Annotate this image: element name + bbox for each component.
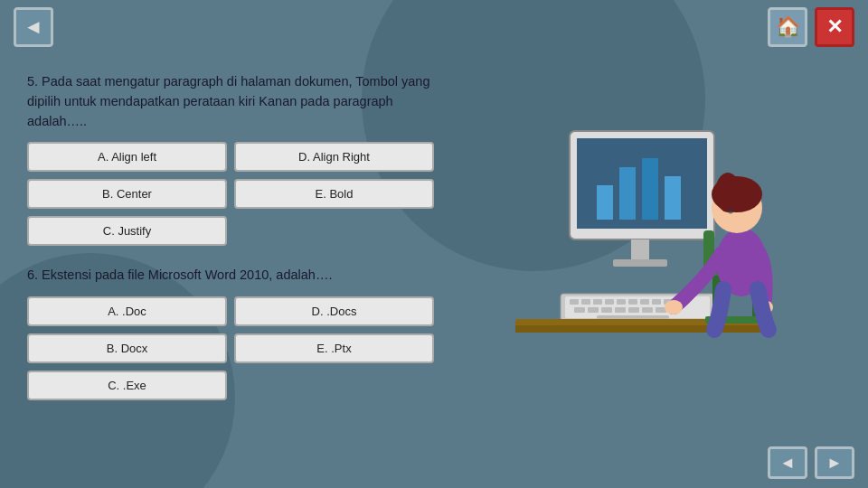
home-icon: 🏠 (776, 15, 800, 39)
prev-button[interactable]: ◄ (768, 446, 807, 479)
svg-rect-24 (628, 307, 639, 313)
answer-5-b[interactable]: B. Center (27, 179, 227, 209)
back-button[interactable]: ◄ (14, 7, 53, 47)
answer-6-a[interactable]: A. .Doc (27, 296, 227, 326)
svg-point-40 (665, 300, 683, 314)
question-6-block: 6. Ekstensi pada file Microsoft Word 201… (27, 266, 434, 400)
question-6-answers-grid: A. .Doc D. .Docs B. Docx E. .Ptx (27, 296, 434, 363)
svg-rect-5 (665, 176, 681, 220)
question-5-text: 5. Pada saat mengatur paragraph di halam… (27, 72, 434, 131)
svg-rect-22 (601, 307, 612, 313)
next-button[interactable]: ► (815, 446, 854, 479)
svg-rect-4 (642, 158, 658, 220)
svg-rect-15 (628, 299, 637, 305)
svg-rect-11 (581, 299, 590, 305)
svg-rect-17 (652, 299, 661, 305)
svg-rect-21 (588, 307, 599, 313)
svg-rect-20 (574, 307, 585, 313)
close-button[interactable]: ✕ (815, 7, 854, 47)
svg-rect-13 (605, 299, 614, 305)
svg-rect-6 (631, 239, 649, 262)
answer-5-c[interactable]: C. Justify (27, 216, 227, 246)
answer-6-d[interactable]: D. .Docs (234, 296, 434, 326)
close-icon: ✕ (826, 15, 843, 39)
svg-point-39 (728, 208, 733, 214)
home-button[interactable]: 🏠 (768, 7, 807, 47)
back-icon: ◄ (24, 15, 43, 39)
question-6-text: 6. Ekstensi pada file Microsoft Word 201… (27, 266, 434, 286)
svg-rect-16 (640, 299, 649, 305)
question-5-block: 5. Pada saat mengatur paragraph di halam… (27, 72, 434, 246)
questions-panel: 5. Pada saat mengatur paragraph di halam… (14, 63, 448, 434)
next-icon: ► (826, 454, 843, 473)
right-nav-group: 🏠 ✕ (768, 7, 854, 47)
answer-5-d[interactable]: D. Align Right (234, 142, 434, 172)
svg-rect-25 (642, 307, 653, 313)
svg-rect-14 (617, 299, 626, 305)
prev-icon: ◄ (779, 454, 796, 473)
illustration-area (466, 63, 854, 434)
svg-rect-29 (515, 325, 769, 333)
svg-rect-12 (593, 299, 602, 305)
main-content: 5. Pada saat mengatur paragraph di halam… (14, 63, 854, 434)
bottom-navigation: ◄ ► (768, 446, 854, 479)
answer-6-c[interactable]: C. .Exe (27, 371, 227, 400)
svg-point-38 (715, 173, 741, 212)
answer-6-e[interactable]: E. .Ptx (234, 333, 434, 363)
answer-6-b[interactable]: B. Docx (27, 333, 227, 363)
answer-5-a[interactable]: A. Align left (27, 142, 227, 172)
svg-rect-7 (613, 259, 667, 267)
question-5-answers-grid: A. Align left D. Align Right B. Center E… (27, 142, 434, 209)
svg-rect-2 (597, 185, 613, 220)
svg-rect-23 (615, 307, 626, 313)
svg-rect-3 (619, 167, 636, 220)
top-navigation: ◄ 🏠 ✕ (0, 0, 868, 54)
computer-illustration (497, 113, 823, 384)
svg-rect-10 (570, 299, 579, 305)
answer-5-e[interactable]: E. Bold (234, 179, 434, 209)
